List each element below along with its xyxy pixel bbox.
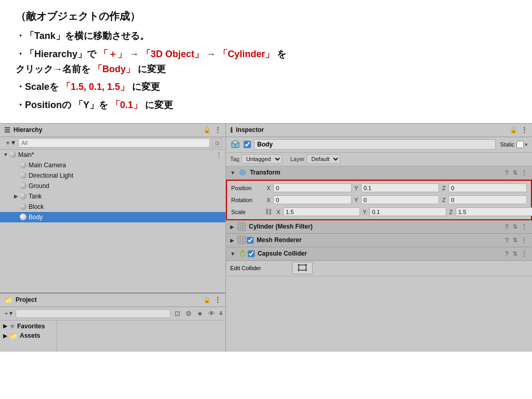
z-label: Z xyxy=(440,185,447,191)
object-name-input[interactable] xyxy=(254,139,496,150)
project-filter-icon[interactable]: ⚙ xyxy=(184,310,193,317)
svg-rect-20 xyxy=(299,265,306,270)
position-xyz: X Y Z xyxy=(265,183,527,192)
transform-body: Position X Y Z Rotation X xyxy=(226,180,532,220)
transform-arrow-icon: ▼ xyxy=(230,170,235,176)
hier-item-label: Block xyxy=(29,203,44,210)
tag-select[interactable]: Untagged xyxy=(242,154,282,164)
project-star-icon[interactable]: ★ xyxy=(196,310,204,317)
project-assets-row[interactable]: ▶ 📁 Assets xyxy=(3,332,54,340)
svg-rect-13 xyxy=(238,236,245,244)
edit-collider-label: Edit Collider xyxy=(230,265,261,271)
rotation-y-input[interactable] xyxy=(361,195,440,204)
scale-x-input[interactable] xyxy=(283,207,360,216)
capsule-collider-checkbox[interactable] xyxy=(248,250,255,257)
hierarchy-item-main[interactable]: ▼ Main* ⋮ xyxy=(0,150,225,160)
project-icon-count: 4 xyxy=(219,310,222,316)
hierarchy-menu-icon[interactable]: ⋮ xyxy=(214,126,221,134)
hierarchy-list: ▼ Main* ⋮ Main Camera Directional Light xyxy=(0,150,225,292)
mesh-renderer-name: Mesh Renderer xyxy=(257,236,505,244)
scale-z-input[interactable] xyxy=(456,207,532,216)
instruction-title: （敵オブジェクトの作成） xyxy=(16,9,516,23)
help-icon[interactable]: ? xyxy=(505,250,509,258)
z-label: Z xyxy=(440,197,447,203)
project-eye-icon[interactable]: 👁 xyxy=(207,310,216,317)
project-toolbar: ＋▾ ⊡ ⚙ ★ 👁 4 xyxy=(0,307,225,321)
hierarchy-icon: ☰ xyxy=(4,126,10,134)
hierarchy-item-body[interactable]: Body xyxy=(0,212,225,222)
favorites-arrow-icon: ▶ xyxy=(3,323,7,329)
hierarchy-title: Hierarchy xyxy=(14,126,42,134)
scale-row: Scale ⛓ X Y Z xyxy=(231,207,527,217)
mesh-filter-header[interactable]: ▶ Cylinder (Mesh Filter) ? ⇅ ⋮ xyxy=(226,220,532,234)
bullet-3: ・Scaleを 「1.5, 0.1, 1.5」 に変更 xyxy=(16,79,516,95)
scale-y-input[interactable] xyxy=(369,207,446,216)
transform-component-header[interactable]: ▼ Transform ? ⇅ ⋮ xyxy=(226,166,532,180)
project-tree-right xyxy=(57,321,225,352)
transform-settings-icon[interactable]: ⇅ xyxy=(513,169,517,176)
object-icon xyxy=(20,193,26,200)
hierarchy-search-icon-button[interactable]: ⊡ xyxy=(212,138,222,148)
bullet-1: ・「Tank」を横に移動させる。 xyxy=(16,29,516,44)
static-dropdown-icon[interactable]: ▾ xyxy=(525,141,528,148)
object-enabled-checkbox[interactable] xyxy=(244,141,251,148)
left-panel: ☰ Hierarchy 🔒 ⋮ ＋▾ ⊡ ▼ Main* ⋮ Main xyxy=(0,124,226,352)
capsule-collider-icon xyxy=(238,249,247,258)
svg-point-19 xyxy=(242,250,244,252)
scale-xyz: ⛓ X Y Z xyxy=(265,207,532,216)
transform-menu-icon[interactable]: ⋮ xyxy=(521,168,528,177)
hier-item-label: Main Camera xyxy=(29,162,66,169)
mesh-filter-arrow: ▶ xyxy=(230,224,234,230)
y-label: Y xyxy=(361,209,368,215)
hierarchy-item-main-camera[interactable]: Main Camera xyxy=(0,160,225,170)
rotation-x-input[interactable] xyxy=(273,195,352,204)
svg-point-23 xyxy=(298,269,300,271)
rotation-row: Rotation X Y Z xyxy=(231,195,527,205)
project-add-button[interactable]: ＋▾ xyxy=(3,309,12,318)
rotation-xyz: X Y Z xyxy=(265,195,527,204)
layer-select[interactable]: Default xyxy=(307,154,340,164)
project-tree-left: ▶ ★ Favorites ▶ 📁 Assets xyxy=(0,321,57,352)
position-z-input[interactable] xyxy=(448,183,527,192)
item-menu-icon[interactable]: ⋮ xyxy=(216,151,225,158)
mesh-filter-settings-icon[interactable]: ⇅ xyxy=(513,223,517,230)
mesh-renderer-menu-icon[interactable]: ⋮ xyxy=(521,236,528,244)
hierarchy-add-button[interactable]: ＋▾ xyxy=(3,138,16,148)
transform-icon xyxy=(238,168,247,177)
hier-item-label: Directional Light xyxy=(29,172,73,179)
capsule-collider-menu-icon[interactable]: ⋮ xyxy=(521,249,528,258)
edit-collider-button[interactable] xyxy=(292,262,313,274)
hierarchy-search-input[interactable] xyxy=(18,138,210,148)
object-name-bar: Static ▾ xyxy=(226,137,532,153)
help-icon[interactable]: ? xyxy=(505,169,509,177)
project-menu-icon[interactable]: ⋮ xyxy=(214,296,221,304)
help-icon[interactable]: ? xyxy=(505,236,509,244)
hierarchy-search-bar: ＋▾ ⊡ xyxy=(0,137,225,150)
inspector-menu-icon[interactable]: ⋮ xyxy=(521,126,528,134)
layer-label: Layer xyxy=(290,156,305,162)
hierarchy-item-directional-light[interactable]: Directional Light xyxy=(0,170,225,181)
hier-item-label: Ground xyxy=(29,182,49,190)
z-label: Z xyxy=(447,209,455,215)
rotation-z-input[interactable] xyxy=(448,195,527,204)
project-favorites-row[interactable]: ▶ ★ Favorites xyxy=(3,323,54,330)
project-search-icon[interactable]: ⊡ xyxy=(174,310,181,317)
object-icon xyxy=(20,162,26,168)
mesh-renderer-header[interactable]: ▶ Mesh Renderer ? ⇅ ⋮ xyxy=(226,234,532,247)
inspector-panel-header: ℹ Inspector 🔒 ⋮ xyxy=(226,124,532,137)
static-checkbox[interactable] xyxy=(516,141,524,148)
hierarchy-item-block[interactable]: Block xyxy=(0,202,225,212)
capsule-collider-header[interactable]: ▼ Capsule Collider ? ⇅ ⋮ xyxy=(226,247,532,261)
hier-item-label: Main* xyxy=(18,151,34,158)
hierarchy-item-tank[interactable]: ▶ Tank xyxy=(0,191,225,202)
project-search-input[interactable] xyxy=(16,309,170,318)
position-x-input[interactable] xyxy=(273,183,352,192)
mesh-filter-menu-icon[interactable]: ⋮ xyxy=(521,222,528,231)
object-icon xyxy=(9,151,16,158)
mesh-renderer-checkbox[interactable] xyxy=(247,237,254,244)
mesh-renderer-settings-icon[interactable]: ⇅ xyxy=(513,237,517,244)
position-y-input[interactable] xyxy=(361,183,440,192)
help-icon[interactable]: ? xyxy=(505,223,509,231)
capsule-collider-settings-icon[interactable]: ⇅ xyxy=(513,250,517,257)
hierarchy-item-ground[interactable]: Ground xyxy=(0,181,225,191)
